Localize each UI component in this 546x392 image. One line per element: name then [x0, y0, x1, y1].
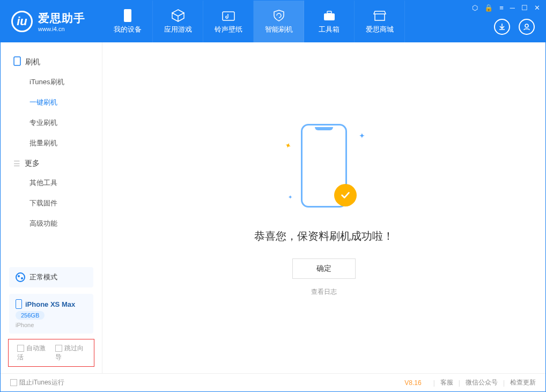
sparkle-icon: ✦: [288, 194, 292, 200]
lock-icon[interactable]: 🔒: [484, 4, 493, 12]
sidebar-item-oneclick-flash[interactable]: 一键刷机: [1, 92, 102, 113]
footer-link-update[interactable]: 检查更新: [510, 378, 536, 387]
checkbox-row: 自动激活 跳过向导: [8, 339, 94, 367]
sidebar-item-download-firmware[interactable]: 下载固件: [1, 193, 102, 213]
download-button[interactable]: [494, 19, 510, 35]
mode-label: 正常模式: [29, 272, 57, 282]
checkbox-label: 阻止iTunes运行: [19, 379, 64, 386]
nav: 我的设备 应用游戏 铃声壁纸 智能刷机 工具箱 爱思商城: [102, 1, 405, 42]
footer: 阻止iTunes运行 V8.16 | 客服 | 微信公众号 | 检查更新: [1, 373, 545, 391]
mode-icon: [16, 272, 25, 282]
nav-label: 应用游戏: [164, 25, 192, 34]
success-illustration: ✦ ✦ ✦: [294, 120, 353, 216]
phone-icon: [13, 56, 21, 68]
main-content: ✦ ✦ ✦ 恭喜您，保资料刷机成功啦！ 确定 查看日志: [102, 42, 545, 373]
nav-label: 爱思商城: [366, 25, 394, 34]
nav-label: 铃声壁纸: [215, 25, 242, 34]
footer-left: 阻止iTunes运行: [10, 378, 404, 387]
checkbox-icon: [55, 345, 62, 352]
sidebar-item-itunes-flash[interactable]: iTunes刷机: [1, 72, 102, 92]
phone-icon: [16, 299, 22, 309]
group-title: 刷机: [25, 57, 40, 67]
svg-rect-1: [223, 12, 234, 20]
toolbox-icon: [321, 9, 337, 23]
nav-flash[interactable]: 智能刷机: [254, 1, 304, 42]
footer-link-wechat[interactable]: 微信公众号: [466, 378, 498, 387]
device-name: iPhone XS Max: [25, 300, 75, 308]
sidebar: 刷机 iTunes刷机 一键刷机 专业刷机 批量刷机 ☰ 更多 其他工具 下载固…: [1, 42, 102, 373]
nav-toolbox[interactable]: 工具箱: [304, 1, 355, 42]
view-log-link[interactable]: 查看日志: [311, 287, 337, 297]
minimize-button[interactable]: ─: [510, 4, 515, 12]
body: 刷机 iTunes刷机 一键刷机 专业刷机 批量刷机 ☰ 更多 其他工具 下载固…: [1, 42, 545, 373]
sparkle-icon: ✦: [359, 131, 365, 140]
sparkle-icon: ✦: [284, 140, 293, 150]
ok-button[interactable]: 确定: [292, 258, 356, 279]
tshirt-icon[interactable]: ⬡: [472, 4, 478, 12]
maximize-button[interactable]: ☐: [521, 4, 528, 12]
refresh-shield-icon: [271, 9, 287, 23]
mode-box[interactable]: 正常模式: [9, 267, 93, 287]
checkbox-icon: [10, 379, 17, 386]
checkbox-icon: [17, 345, 24, 352]
auto-activate-checkbox[interactable]: 自动激活: [17, 344, 48, 362]
svg-rect-2: [324, 13, 335, 20]
device-icon: [120, 9, 136, 23]
app-name: 爱思助手: [38, 11, 85, 26]
device-box[interactable]: iPhone XS Max 256GB iPhone: [9, 294, 93, 334]
skip-guide-checkbox[interactable]: 跳过向导: [55, 344, 86, 362]
device-storage: 256GB: [16, 311, 45, 320]
nav-label: 我的设备: [114, 25, 142, 34]
cube-icon: [170, 9, 186, 23]
svg-rect-0: [124, 9, 131, 22]
menu-icon: ☰: [13, 159, 20, 168]
user-button[interactable]: [519, 19, 535, 35]
sidebar-group-flash: 刷机: [1, 56, 102, 68]
store-icon: [372, 9, 388, 23]
header: iu 爱思助手 www.i4.cn 我的设备 应用游戏 铃声壁纸 智能刷机 工具…: [1, 1, 545, 42]
sidebar-item-pro-flash[interactable]: 专业刷机: [1, 113, 102, 133]
logo-text: 爱思助手 www.i4.cn: [38, 11, 85, 32]
nav-label: 智能刷机: [265, 25, 293, 34]
version-label: V8.16: [404, 379, 421, 387]
nav-store[interactable]: 爱思商城: [355, 1, 405, 42]
sidebar-item-batch-flash[interactable]: 批量刷机: [1, 133, 102, 153]
block-itunes-checkbox[interactable]: 阻止iTunes运行: [10, 378, 64, 387]
logo[interactable]: iu 爱思助手 www.i4.cn: [1, 11, 102, 32]
group-title: 更多: [25, 159, 40, 168]
footer-right: V8.16 | 客服 | 微信公众号 | 检查更新: [404, 378, 536, 387]
nav-my-device[interactable]: 我的设备: [102, 1, 153, 42]
svg-rect-5: [14, 57, 20, 65]
checkmark-badge-icon: [334, 184, 357, 206]
success-message: 恭喜您，保资料刷机成功啦！: [254, 229, 394, 243]
svg-rect-3: [327, 11, 331, 13]
device-name-row: iPhone XS Max: [16, 299, 87, 309]
sidebar-group-more: ☰ 更多: [1, 159, 102, 168]
nav-ringtones[interactable]: 铃声壁纸: [203, 1, 254, 42]
nav-apps[interactable]: 应用游戏: [153, 1, 203, 42]
window-controls: ⬡ 🔒 ≡ ─ ☐ ✕: [472, 4, 540, 12]
device-type: iPhone: [16, 322, 87, 328]
nav-label: 工具箱: [319, 25, 340, 34]
logo-icon: iu: [11, 11, 33, 32]
footer-link-support[interactable]: 客服: [440, 378, 453, 387]
app-url: www.i4.cn: [38, 26, 85, 32]
sidebar-item-advanced[interactable]: 高级功能: [1, 213, 102, 234]
close-button[interactable]: ✕: [534, 4, 540, 12]
music-folder-icon: [220, 9, 237, 23]
header-actions: [494, 19, 535, 35]
menu-icon[interactable]: ≡: [499, 4, 504, 12]
sidebar-item-other-tools[interactable]: 其他工具: [1, 173, 102, 193]
svg-point-4: [525, 24, 528, 27]
